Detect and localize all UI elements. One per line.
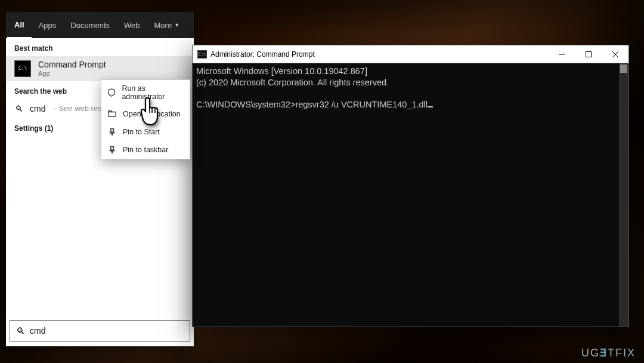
watermark: UGƎTFIX: [581, 346, 636, 359]
ctx-label: Pin to Start: [123, 128, 160, 136]
svg-rect-2: [586, 51, 591, 57]
ctx-label: Pin to taskbar: [123, 146, 168, 154]
cmd-command: regsvr32 /u VCRUNTIME140_1.dll: [295, 100, 428, 109]
tab-documents[interactable]: Documents: [63, 12, 117, 38]
cmd-window-title: Administrator: Command Prompt: [210, 50, 548, 59]
scrollbar[interactable]: [619, 63, 628, 327]
pointer-cursor-icon: [137, 97, 165, 128]
best-match-label: Best match: [6, 38, 194, 56]
maximize-button[interactable]: [575, 45, 602, 63]
cmd-output-area[interactable]: Microsoft Windows [Version 10.0.19042.86…: [193, 63, 628, 327]
result-subtitle: App: [38, 70, 106, 78]
pin-icon: [107, 127, 117, 137]
watermark-post: TFIX: [608, 347, 636, 359]
cmd-window: C:\ Administrator: Command Prompt Micros…: [192, 45, 629, 327]
tab-more-label: More: [154, 21, 172, 30]
scrollbar-thumb[interactable]: [620, 64, 627, 73]
result-text: Command Prompt App: [38, 60, 106, 78]
minimize-button[interactable]: [548, 45, 575, 63]
search-results-panel: All Apps Documents Web More ▼ Best match…: [6, 12, 194, 346]
tab-all[interactable]: All: [7, 12, 32, 38]
tab-more[interactable]: More ▼: [147, 12, 187, 38]
search-input[interactable]: [30, 326, 184, 336]
svg-rect-0: [109, 112, 116, 117]
close-button[interactable]: [602, 45, 628, 63]
search-icon: 🔍︎: [14, 104, 24, 113]
shield-icon: [107, 88, 116, 97]
chevron-down-icon: ▼: [174, 22, 179, 28]
cmd-prompt: C:\WINDOWS\system32>: [196, 100, 295, 109]
watermark-g: Ǝ: [600, 347, 608, 359]
cmd-line: Microsoft Windows [Version 10.0.19042.86…: [196, 66, 367, 76]
folder-icon: [107, 109, 117, 119]
web-query: cmd: [30, 104, 45, 113]
tab-web[interactable]: Web: [117, 12, 147, 38]
cmd-app-icon: C:\: [197, 50, 207, 59]
cmd-line: (c) 2020 Microsoft Corporation. All righ…: [196, 78, 389, 87]
result-title: Command Prompt: [38, 60, 106, 70]
search-icon: 🔍︎: [16, 326, 25, 336]
ctx-pin-to-taskbar[interactable]: Pin to taskbar: [101, 141, 190, 159]
watermark-pre: UG: [581, 347, 600, 359]
tab-apps[interactable]: Apps: [32, 12, 64, 38]
search-input-box[interactable]: 🔍︎: [10, 320, 190, 342]
text-cursor: [428, 106, 433, 107]
search-filter-tabs: All Apps Documents Web More ▼: [6, 12, 194, 38]
cmd-titlebar[interactable]: C:\ Administrator: Command Prompt: [193, 45, 628, 63]
cmd-icon: C:\: [14, 60, 31, 77]
result-command-prompt[interactable]: C:\ Command Prompt App: [6, 56, 194, 81]
pin-icon: [107, 145, 117, 155]
